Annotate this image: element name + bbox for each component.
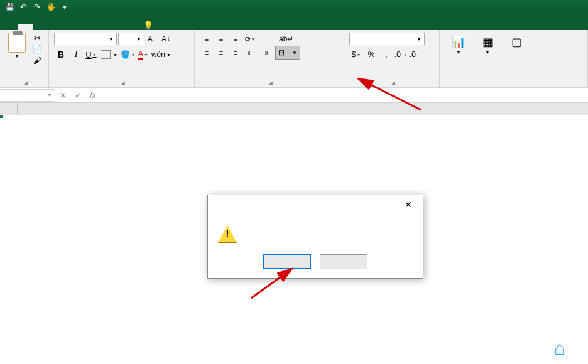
redo-icon[interactable]: ↷ [31,1,43,13]
cancel-formula-icon[interactable]: ✕ [55,89,70,102]
wrap-text-button[interactable]: ab↵ [275,33,300,45]
watermark-logo-icon: ⌂ [554,338,577,358]
cut-icon[interactable]: ✂ [31,33,43,43]
clipboard-icon [8,33,26,53]
ribbon: ▼ ✂ 📄 🖌 ◢ ▼ ▼ A↑ A↓ B I U▼ ▼ 🪣▼ [0,30,588,88]
tab-view[interactable] [108,24,123,30]
orientation-icon[interactable]: ⟳▼ [243,33,257,45]
qat-customize-icon[interactable]: ▾ [59,1,70,13]
alignment-launcher[interactable]: ◢ [268,80,273,86]
undo-icon[interactable]: ↶ [18,1,29,13]
warning-icon: ! [218,225,237,243]
save-icon[interactable]: 💾 [4,1,15,13]
decrease-indent-icon[interactable]: ⇤ [243,46,257,59]
format-painter-icon[interactable]: 🖌 [31,55,43,65]
align-middle-icon[interactable]: ≡ [214,33,228,45]
align-top-icon[interactable]: ≡ [200,33,214,45]
tab-layout[interactable] [48,24,63,30]
copy-icon[interactable]: 📄 [31,44,43,54]
tab-help[interactable] [123,24,138,30]
wrap-icon: ab↵ [279,35,293,43]
accounting-format-icon[interactable]: $▼ [349,48,363,62]
increase-font-icon[interactable]: A↑ [146,33,158,45]
clipboard-launcher[interactable]: ◢ [23,80,28,86]
tell-me-search[interactable]: 💡 [143,21,156,30]
tab-file[interactable] [3,24,18,30]
fill-color-button[interactable]: 🪣▼ [121,48,135,62]
align-bottom-icon[interactable]: ≡ [229,33,242,45]
name-box[interactable]: ▼ [0,89,55,102]
table-format-icon: ▦ [479,34,496,50]
increase-decimal-icon[interactable]: .0→ [395,48,408,62]
format-as-table-button[interactable]: ▦ ▼ [474,33,501,55]
conditional-format-icon: 📊 [450,34,467,50]
align-center-icon[interactable]: ≡ [214,46,228,59]
group-number: ▼ $▼ % , .0→ .0← ◢ [344,30,440,87]
number-launcher[interactable]: ◢ [391,80,395,86]
conditional-format-button[interactable]: 📊 ▼ [445,33,472,55]
tab-review[interactable] [93,24,108,30]
dialog-close-button[interactable]: ✕ [399,196,418,213]
merge-center-button[interactable]: ⊟▼ [275,46,300,60]
number-format-select[interactable]: ▼ [349,33,425,45]
merge-icon: ⊟ [278,48,285,57]
ribbon-tabs: 💡 [0,14,588,30]
titlebar: 💾 ↶ ↷ 🖐 ▾ [0,0,588,14]
decrease-font-icon[interactable]: A↓ [160,33,172,45]
font-name-select[interactable]: ▼ [54,33,117,45]
font-color-button[interactable]: A▼ [136,48,150,62]
ok-button[interactable] [263,254,311,269]
spreadsheet-grid[interactable] [0,103,588,115]
tab-data[interactable] [78,24,93,30]
paste-button[interactable]: ▼ [5,33,29,65]
touch-icon[interactable]: 🖐 [45,1,57,13]
group-font: ▼ ▼ A↑ A↓ B I U▼ ▼ 🪣▼ A▼ wén ▼ ◢ [49,30,195,87]
tab-home[interactable] [18,24,33,30]
font-size-select[interactable]: ▼ [118,33,144,45]
italic-button[interactable]: I [69,48,83,62]
underline-button[interactable]: U▼ [84,48,98,62]
font-launcher[interactable]: ◢ [121,80,125,86]
bold-button[interactable]: B [54,48,68,62]
cell-styles-icon: ▢ [508,34,525,50]
phonetic-button[interactable]: wén [151,48,165,62]
align-left-icon[interactable]: ≡ [200,46,214,59]
group-clipboard: ▼ ✂ 📄 🖌 ◢ [0,30,49,87]
group-styles: 📊 ▼ ▦ ▼ ▢ [440,30,588,87]
align-right-icon[interactable]: ≡ [229,46,242,59]
formula-input[interactable] [101,89,588,102]
tab-insert[interactable] [33,24,48,30]
enter-formula-icon[interactable]: ✓ [70,89,85,102]
watermark: ⌂ [554,338,582,358]
cell-styles-button[interactable]: ▢ [503,33,530,55]
percent-format-icon[interactable]: % [364,48,378,62]
merge-warning-dialog: ✕ ! [207,195,423,279]
quick-access-toolbar: 💾 ↶ ↷ 🖐 ▾ [0,1,74,13]
column-headers [0,103,588,115]
bulb-icon: 💡 [143,21,153,30]
group-alignment: ≡ ≡ ≡ ⟳▼ ≡ ≡ ≡ ⇤ ⇥ ab↵ ⊟▼ ◢ [195,30,344,87]
formula-bar: ▼ ✕ ✓ fx [0,88,588,103]
insert-function-icon[interactable]: fx [85,89,101,102]
select-all-corner[interactable] [0,103,18,115]
cancel-button[interactable] [320,254,368,269]
tab-formulas[interactable] [63,24,78,30]
increase-indent-icon[interactable]: ⇥ [258,46,271,59]
border-button[interactable] [101,50,111,59]
comma-format-icon[interactable]: , [379,48,393,62]
decrease-decimal-icon[interactable]: .0← [410,48,423,62]
